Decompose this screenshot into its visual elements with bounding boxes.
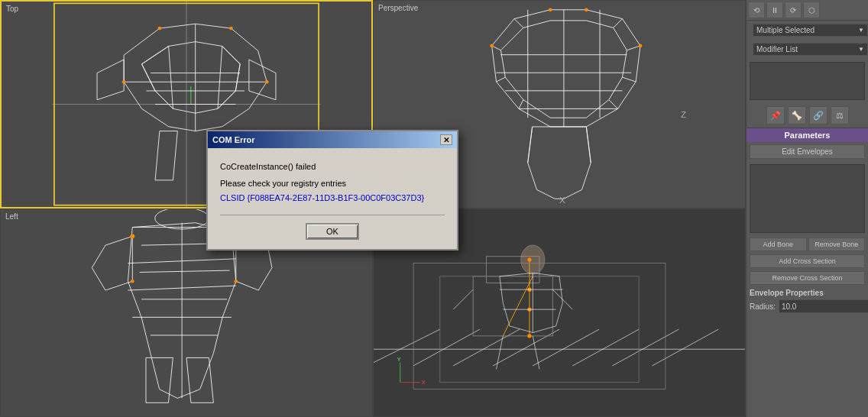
dropdown-arrow-icon: ▼ (858, 27, 864, 34)
svg-line-86 (552, 289, 572, 309)
svg-line-24 (218, 91, 235, 108)
viewport-top-left-label: Top (6, 5, 18, 13)
add-bone-button[interactable]: Add Bone (750, 238, 807, 251)
svg-point-84 (521, 245, 545, 274)
viewport-bottom-left-label: Left (5, 212, 18, 221)
remove-bone-button[interactable]: Remove Bone (808, 238, 866, 251)
modifier-empty-area (750, 62, 865, 100)
panel-icon-weight[interactable]: ⚖ (831, 106, 849, 124)
svg-point-14 (229, 27, 233, 31)
edit-envelopes-button[interactable]: Edit Envelopes (750, 144, 865, 159)
modal-clsid: CLSID {F088EA74-2E87-11D3-B1F3-00C0F03C3… (220, 193, 445, 202)
svg-line-36 (609, 100, 618, 109)
svg-line-90 (503, 276, 533, 336)
svg-line-20 (218, 46, 222, 108)
panel-icon-row: 📌 🦴 🔗 ⚖ (747, 103, 868, 128)
panel-icon-link2[interactable]: 🔗 (809, 106, 828, 124)
svg-line-30 (514, 19, 523, 28)
modifier-list-dropdown[interactable]: Modifier List ▼ (753, 43, 868, 56)
svg-point-67 (131, 280, 134, 283)
svg-marker-62 (146, 357, 173, 402)
toolbar-icon-motion[interactable]: ⟲ (748, 2, 765, 18)
svg-line-32 (627, 46, 640, 50)
viewport-top-right-label: Perspective (378, 4, 418, 12)
radius-row: Radius: ▲ ▼ (747, 298, 868, 315)
toolbar-icon-mesh[interactable]: ⬡ (803, 2, 820, 18)
parameters-section: Parameters Edit Envelopes Add Bone Remov… (747, 128, 868, 417)
parameters-header: Parameters (747, 128, 868, 142)
right-panel-toolbar: ⟲ ⏸ ⟳ ⬡ (747, 0, 868, 21)
svg-line-18 (222, 46, 240, 63)
modal-close-button[interactable]: ✕ (440, 134, 452, 145)
toolbar-icon-link[interactable]: ⟳ (785, 2, 802, 18)
svg-marker-63 (186, 357, 213, 402)
svg-line-70 (140, 270, 230, 272)
svg-point-13 (158, 27, 162, 31)
multiple-selected-label: Multiple Selected (756, 26, 815, 34)
com-error-dialog: COM Error ✕ CoCreateInstance() failed Pl… (206, 130, 458, 251)
modal-separator (220, 215, 445, 215)
svg-line-31 (614, 19, 623, 28)
modifier-list-label: Modifier List (756, 45, 798, 53)
svg-line-85 (453, 289, 473, 309)
radius-input[interactable] (779, 299, 868, 313)
svg-point-68 (234, 280, 238, 283)
svg-line-74 (374, 329, 440, 362)
toolbar-icon-pause[interactable]: ⏸ (766, 2, 783, 18)
modal-titlebar[interactable]: COM Error ✕ (208, 131, 457, 148)
svg-point-51 (490, 44, 494, 48)
selected-dropdown-container: Multiple Selected ▼ (747, 21, 868, 40)
svg-point-91 (527, 257, 531, 261)
svg-point-65 (130, 234, 134, 238)
svg-marker-45 (528, 127, 591, 199)
svg-line-47 (586, 127, 591, 163)
svg-line-80 (612, 329, 679, 366)
modal-title: COM Error (212, 135, 255, 144)
panel-icon-pin[interactable]: 📌 (766, 106, 785, 124)
right-panel: ⟲ ⏸ ⟳ ⬡ Multiple Selected ▼ Modifier Lis… (746, 0, 868, 417)
svg-line-22 (235, 64, 240, 91)
svg-marker-7 (97, 60, 124, 100)
svg-point-94 (527, 334, 531, 338)
add-cross-section-button[interactable]: Add Cross Section (750, 254, 865, 268)
svg-line-79 (572, 329, 639, 366)
svg-line-87 (497, 336, 504, 369)
svg-point-48 (549, 8, 552, 11)
svg-line-23 (155, 91, 173, 108)
svg-text:Z: Z (681, 109, 686, 119)
envelope-empty-area (750, 164, 865, 233)
main-layout: Top (0, 0, 868, 417)
svg-line-78 (533, 329, 599, 366)
svg-point-49 (585, 8, 588, 11)
svg-line-75 (413, 329, 480, 366)
svg-line-35 (497, 77, 506, 82)
modal-message-line1: CoCreateInstance() failed (220, 160, 445, 174)
svg-line-19 (169, 46, 173, 108)
svg-line-34 (622, 77, 636, 82)
svg-line-37 (519, 100, 523, 109)
svg-point-15 (122, 80, 126, 84)
svg-line-46 (528, 127, 533, 163)
svg-marker-59 (92, 236, 132, 290)
svg-point-16 (265, 80, 269, 84)
svg-marker-28 (492, 10, 640, 127)
panel-icon-skeleton[interactable]: 🦴 (788, 106, 806, 124)
svg-point-50 (639, 44, 643, 48)
svg-text:X: X (421, 379, 426, 386)
envelope-properties-label: Envelope Properties (747, 286, 868, 298)
svg-line-76 (453, 329, 520, 366)
svg-text:Y: Y (397, 356, 401, 363)
modifier-list-arrow-icon: ▼ (858, 46, 864, 53)
modal-body: CoCreateInstance() failed Please check y… (208, 148, 457, 249)
modal-button-row: OK (220, 223, 445, 240)
modal-ok-button[interactable]: OK (306, 223, 359, 240)
svg-line-81 (653, 329, 719, 366)
svg-line-77 (493, 329, 559, 366)
svg-marker-9 (155, 131, 177, 180)
modifier-list-container: Modifier List ▼ (747, 40, 868, 59)
svg-line-21 (142, 64, 156, 91)
remove-cross-section-button[interactable]: Remove Cross Section (750, 271, 865, 285)
bone-btn-row: Add Bone Remove Bone (750, 238, 865, 251)
multiple-selected-dropdown[interactable]: Multiple Selected ▼ (753, 24, 868, 37)
radius-label: Radius: (750, 302, 776, 311)
